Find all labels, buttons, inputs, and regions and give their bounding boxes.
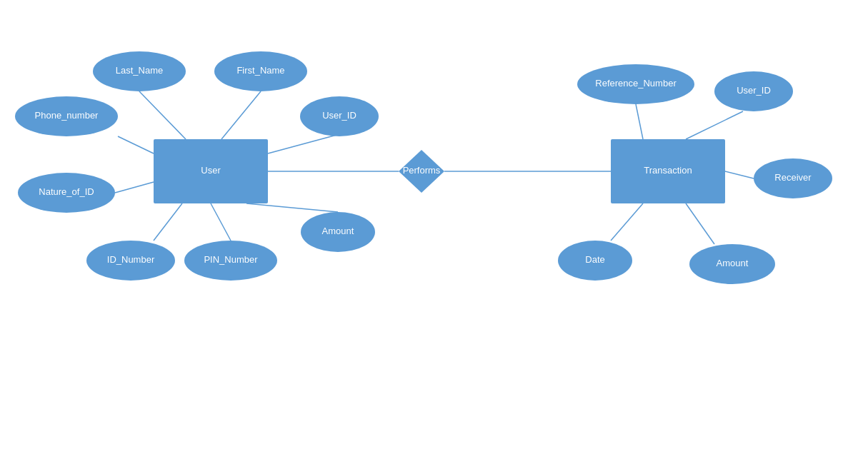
phone-number-label: Phone_number bbox=[35, 110, 99, 121]
er-diagram: User Transaction Performs Last_Name Firs… bbox=[0, 0, 868, 454]
pin-number-label: PIN_Number bbox=[204, 254, 258, 265]
last-name-label: Last_Name bbox=[116, 65, 163, 76]
connector-last-name bbox=[139, 91, 186, 139]
connector-first-name bbox=[221, 91, 261, 139]
connector-date bbox=[611, 203, 643, 241]
connector-reference-number bbox=[636, 104, 643, 139]
connector-amount-user bbox=[246, 203, 338, 212]
connector-user-id-trans bbox=[686, 111, 743, 139]
connector-nature-of-id bbox=[115, 182, 154, 193]
connector-id-number bbox=[154, 203, 182, 241]
user-entity-label: User bbox=[201, 165, 221, 176]
connector-receiver bbox=[725, 171, 754, 178]
nature-of-id-label: Nature_of_ID bbox=[39, 186, 94, 197]
receiver-label: Receiver bbox=[774, 172, 812, 183]
connector-user-id-user bbox=[268, 134, 339, 153]
transaction-entity-label: Transaction bbox=[644, 165, 692, 176]
reference-number-label: Reference_Number bbox=[595, 78, 677, 89]
performs-label: Performs bbox=[403, 165, 441, 176]
id-number-label: ID_Number bbox=[107, 254, 155, 265]
first-name-label: First_Name bbox=[236, 65, 284, 76]
connector-amount-trans bbox=[686, 203, 714, 244]
user-id-trans-label: User_ID bbox=[737, 85, 771, 96]
user-id-user-label: User_ID bbox=[322, 110, 356, 121]
amount-user-label: Amount bbox=[322, 226, 354, 236]
connector-phone-number bbox=[118, 136, 154, 153]
amount-trans-label: Amount bbox=[717, 258, 749, 268]
date-label: Date bbox=[585, 254, 604, 265]
connector-pin-number bbox=[211, 203, 231, 241]
